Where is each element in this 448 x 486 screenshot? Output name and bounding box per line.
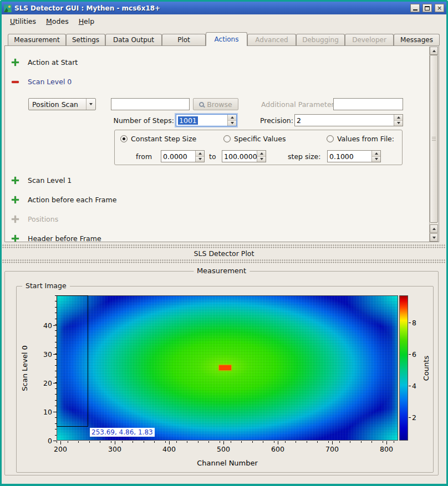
- scroll-up-button[interactable]: [430, 47, 438, 55]
- radio-specific-values[interactable]: Specific Values: [223, 135, 286, 143]
- spin-up-icon[interactable]: [228, 115, 236, 120]
- scroll-down-button[interactable]: [430, 233, 438, 242]
- header-before-frame-label: Header before Frame: [28, 234, 101, 243]
- menu-utilities[interactable]: Utilities: [5, 16, 41, 27]
- maximize-button[interactable]: [422, 4, 432, 12]
- step-size-value: 0.1000: [328, 151, 371, 162]
- spin-up-icon[interactable]: [196, 151, 204, 156]
- scan-mode-select[interactable]: Position Scan: [28, 98, 96, 110]
- row-header-before-frame[interactable]: Header before Frame: [12, 234, 101, 242]
- from-spinbox[interactable]: 0.0000: [161, 150, 205, 162]
- heatmap-plot[interactable]: [57, 295, 398, 441]
- number-of-steps-label: Number of Steps:: [113, 116, 174, 125]
- browse-search-icon: [199, 102, 204, 107]
- number-of-steps-value: 1001: [178, 116, 198, 125]
- tab-measurement[interactable]: Measurement: [8, 34, 66, 45]
- step-size-spinbox[interactable]: 0.1000: [327, 150, 381, 162]
- spin-up-icon[interactable]: [372, 151, 380, 156]
- x-minor-ticks: [57, 441, 398, 443]
- additional-parameter-input[interactable]: [333, 98, 403, 110]
- close-button[interactable]: ×: [435, 4, 444, 12]
- y-tick-label: 20: [37, 379, 52, 387]
- measurement-groupbox: Measurement Start Image Scan Level 0 40 …: [4, 271, 439, 475]
- spin-down-icon[interactable]: [257, 156, 266, 162]
- expand-plus-icon[interactable]: [12, 177, 19, 184]
- tab-advanced: Advanced: [247, 34, 296, 45]
- minimize-button[interactable]: [410, 4, 420, 12]
- collapse-minus-icon[interactable]: [12, 78, 19, 85]
- expand-plus-icon[interactable]: [12, 235, 19, 242]
- colorbar-tick: [409, 417, 411, 418]
- precision-spinbox[interactable]: 2: [294, 114, 403, 126]
- y-tick-label: 10: [37, 408, 52, 416]
- row-scan-level-1[interactable]: Scan Level 1: [12, 176, 72, 185]
- radio-values-from-file[interactable]: Values from File:: [327, 135, 394, 143]
- scan-script-input[interactable]: [111, 98, 190, 110]
- scrollbar-thumb[interactable]: [430, 55, 438, 223]
- y-tick-label: 0: [37, 437, 52, 445]
- radio-unselected-icon[interactable]: [223, 135, 231, 142]
- radio-constant-step-size[interactable]: Constant Step Size: [120, 135, 196, 143]
- start-image-title: Start Image: [22, 282, 70, 290]
- tab-messages[interactable]: Messages: [394, 34, 440, 45]
- window-frame-bottom: [0, 484, 448, 486]
- measurement-group-title: Measurement: [194, 267, 250, 275]
- arrow-down-icon: [432, 237, 436, 239]
- to-spinbox[interactable]: 100.0000: [222, 150, 266, 162]
- tab-developer: Developer: [345, 34, 394, 45]
- step-mode-groupbox: Constant Step Size Specific Values Value…: [114, 130, 403, 165]
- close-icon: ×: [437, 5, 442, 11]
- vertical-scrollbar[interactable]: [429, 47, 438, 242]
- browse-label: Browse: [207, 100, 232, 109]
- constant-step-label: Constant Step Size: [131, 135, 196, 143]
- precision-value: 2: [295, 115, 394, 126]
- y-tick-label: 30: [37, 350, 52, 359]
- row-action-before-each-frame[interactable]: Action before each Frame: [12, 195, 116, 204]
- y-axis-title: Scan Level 0: [17, 295, 32, 441]
- expand-plus-icon[interactable]: [12, 59, 19, 66]
- radio-unselected-icon[interactable]: [327, 135, 334, 142]
- x-tick-label: 300: [106, 445, 123, 453]
- row-scan-level-0[interactable]: Scan Level 0: [12, 77, 72, 86]
- chevron-down-icon[interactable]: [86, 99, 95, 110]
- tab-settings[interactable]: Settings: [66, 34, 105, 45]
- values-from-file-label: Values from File:: [337, 135, 394, 143]
- x-tick-label: 500: [215, 445, 232, 453]
- spin-down-icon[interactable]: [372, 156, 380, 162]
- radio-selected-icon[interactable]: [120, 135, 128, 142]
- specific-values-label: Specific Values: [234, 135, 286, 143]
- x-tick-label: 200: [52, 445, 69, 453]
- spin-down-icon[interactable]: [394, 120, 403, 126]
- splitter-handle-top[interactable]: [2, 244, 446, 248]
- colorbar-title: Counts: [419, 295, 434, 441]
- app-window: SLS Detector GUI : Mythen - mcs6x18+ × U…: [0, 0, 448, 486]
- expand-plus-icon-disabled: [12, 216, 19, 223]
- titlebar[interactable]: SLS Detector GUI : Mythen - mcs6x18+ ×: [2, 2, 446, 14]
- tab-actions[interactable]: Actions: [206, 32, 247, 46]
- action-at-start-label: Action at Start: [28, 58, 78, 66]
- tab-plot[interactable]: Plot: [162, 34, 206, 45]
- row-action-at-start[interactable]: Action at Start: [12, 58, 78, 66]
- window-frame-left: [0, 0, 2, 486]
- arrow-up-icon: [432, 228, 436, 230]
- tab-data-output[interactable]: Data Output: [105, 34, 162, 45]
- number-of-steps-spinbox[interactable]: 1001: [176, 114, 237, 126]
- zoom-selection-rect: [57, 295, 88, 427]
- maximize-icon: [425, 6, 430, 11]
- start-image-groupbox: Start Image Scan Level 0 40 30 20 10 0 2…: [16, 286, 434, 473]
- window-title: SLS Detector GUI : Mythen - mcs6x18+: [14, 4, 408, 12]
- spin-down-icon[interactable]: [196, 156, 204, 162]
- spin-down-icon[interactable]: [228, 120, 236, 126]
- tabbar: Measurement Settings Data Output Plot Ac…: [8, 32, 440, 46]
- splitter-handle-bottom[interactable]: [2, 259, 446, 263]
- menu-help[interactable]: Help: [74, 16, 100, 27]
- row-positions: Positions: [12, 214, 58, 223]
- additional-parameter-label: Additional Parameter:: [261, 100, 337, 109]
- spin-up-icon[interactable]: [257, 151, 266, 156]
- scroll-up-button-bottom[interactable]: [430, 224, 438, 233]
- spin-up-icon[interactable]: [394, 115, 403, 120]
- scan-level-0-label: Scan Level 0: [28, 78, 72, 86]
- expand-plus-icon[interactable]: [12, 196, 19, 203]
- menu-modes[interactable]: Modes: [41, 16, 74, 27]
- tab-debugging: Debugging: [296, 34, 345, 45]
